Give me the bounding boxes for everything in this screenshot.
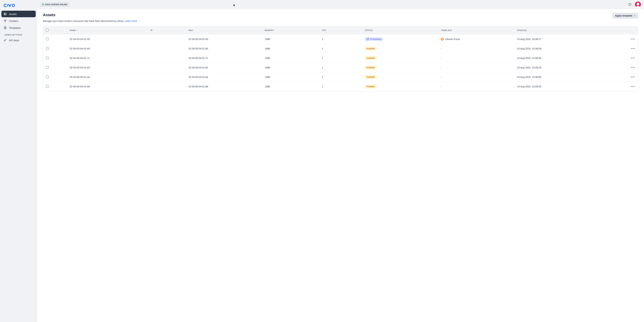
select-all-checkbox[interactable] <box>46 29 49 31</box>
cell-template: Ubuntu Focal <box>438 34 514 44</box>
cell-updated: 19 Aug 2024, 16:08:27 <box>514 34 610 44</box>
cell-mac: 52:54:00:04:01:b8 <box>186 82 262 91</box>
cell-template: - <box>438 44 514 53</box>
svg-point-1 <box>12 4 14 7</box>
cell-memory: 1980 <box>262 72 319 82</box>
cell-status: Available <box>362 53 438 63</box>
topbar: DATA CENTER ONLINE <box>37 0 644 9</box>
cell-status: Provisioning <box>362 34 438 44</box>
sidebar: Assets Clusters Templates ADMIN SETTINGS <box>0 0 37 322</box>
row-checkbox[interactable] <box>46 66 49 69</box>
row-actions-button[interactable]: ••• <box>631 66 635 69</box>
row-actions-button[interactable]: ••• <box>631 47 635 50</box>
cell-name: 52-54-00-04-01-7c <box>67 53 148 63</box>
table-header-row: NAME ▲ IP MAC MEMORY CPU STATUS TEMPLATE… <box>43 26 638 34</box>
cell-cpu: 1 <box>319 53 362 63</box>
row-checkbox[interactable] <box>46 75 49 78</box>
civo-logo-icon <box>4 4 16 7</box>
status-label: Available <box>366 85 375 88</box>
sidebar-item-clusters[interactable]: Clusters <box>2 17 36 24</box>
row-actions-button[interactable]: ••• <box>631 75 635 79</box>
content: Assets Apply template Manage your Data C… <box>37 9 644 322</box>
sidebar-item-label: Clusters <box>9 19 18 22</box>
assets-table: NAME ▲ IP MAC MEMORY CPU STATUS TEMPLATE… <box>43 26 638 91</box>
key-icon <box>4 38 7 42</box>
row-actions-button[interactable]: ••• <box>631 85 635 88</box>
cell-cpu: 1 <box>319 82 362 91</box>
column-header-actions <box>609 26 638 34</box>
sidebar-item-assets[interactable]: Assets <box>2 11 36 17</box>
row-actions-button[interactable]: ••• <box>631 56 635 60</box>
status-badge: Available <box>365 75 376 79</box>
cell-ip <box>148 82 186 91</box>
cell-cpu: 1 <box>319 34 362 44</box>
row-checkbox[interactable] <box>46 56 49 59</box>
column-header-mac[interactable]: MAC <box>186 26 262 34</box>
cell-updated: 19 Aug 2024, 15:08:09 <box>514 44 610 53</box>
row-actions-button[interactable]: ••• <box>631 37 635 41</box>
learn-more-link[interactable]: Learn more <box>125 20 137 22</box>
column-header-select <box>43 26 67 34</box>
column-header-name[interactable]: NAME ▲ <box>67 26 148 34</box>
row-checkbox[interactable] <box>46 85 49 88</box>
cell-mac: 52:54:00:04:01:09 <box>186 34 262 44</box>
cell-updated: 19 Aug 2024, 15:08:65 <box>514 72 610 82</box>
user-avatar[interactable] <box>635 1 641 7</box>
column-header-cpu[interactable]: CPU <box>319 26 362 34</box>
sidebar-item-api-keys[interactable]: API keys <box>2 37 36 43</box>
column-header-template[interactable]: TEMPLATE <box>438 26 514 34</box>
help-icon <box>628 3 632 6</box>
sidebar-item-label: Assets <box>9 12 17 15</box>
cell-status: Available <box>362 72 438 82</box>
cell-memory: 1980 <box>262 34 319 44</box>
help-button[interactable] <box>628 2 632 7</box>
column-header-name-label: NAME <box>70 29 76 31</box>
column-header-ip[interactable]: IP <box>148 26 186 34</box>
svg-point-6 <box>4 20 5 20</box>
cell-cpu: 1 <box>319 63 362 72</box>
status-badge: Available <box>365 56 376 60</box>
cell-cpu: 1 <box>319 72 362 82</box>
column-header-memory[interactable]: MEMORY <box>262 26 319 34</box>
status-badge: Provisioning <box>365 37 383 41</box>
cell-template: - <box>438 63 514 72</box>
apply-template-button[interactable]: Apply template <box>612 13 638 19</box>
cell-mac: 52:54:00:04:01:65 <box>186 44 262 53</box>
datacenter-status-label: DATA CENTER ONLINE <box>45 3 67 5</box>
row-checkbox[interactable] <box>46 47 49 50</box>
svg-line-13 <box>6 39 6 40</box>
cell-ip <box>148 53 186 63</box>
nav-list: Assets Clusters Templates <box>2 11 36 31</box>
cell-ip <box>148 72 186 82</box>
cell-memory: 1980 <box>262 44 319 53</box>
row-checkbox[interactable] <box>46 37 49 40</box>
apply-template-label: Apply template <box>615 14 632 17</box>
status-badge: Available <box>365 85 376 88</box>
status-badge: Available <box>365 66 376 69</box>
cell-ip <box>148 63 186 72</box>
chevron-down-icon <box>634 15 636 17</box>
cell-name: 52-54-00-04-01-65 <box>67 44 148 53</box>
refresh-icon <box>366 38 369 40</box>
clusters-icon <box>4 19 7 22</box>
table-row: 52-54-00-04-01-7c52:54:00:04:01:7c19801A… <box>43 53 638 63</box>
template-label: Ubuntu Focal <box>445 38 460 40</box>
page-description: Manage your Data Center's resources that… <box>43 20 638 22</box>
assets-icon <box>4 12 7 16</box>
sidebar-item-label: API keys <box>9 39 19 42</box>
status-badge: Available <box>365 47 376 50</box>
page-title: Assets <box>43 13 55 17</box>
cell-status: Available <box>362 63 438 72</box>
column-header-updated[interactable]: UPDATED <box>514 26 610 34</box>
sidebar-item-templates[interactable]: Templates <box>2 24 36 31</box>
sort-asc-icon: ▲ <box>76 29 78 31</box>
datacenter-status-pill[interactable]: DATA CENTER ONLINE <box>40 2 69 7</box>
cell-mac: 52:54:00:04:01:7c <box>186 53 262 63</box>
cell-name: 52-54-00-04-01-82 <box>67 63 148 72</box>
svg-point-7 <box>6 20 6 20</box>
main: DATA CENTER ONLINE Assets Apply template <box>37 0 644 322</box>
column-header-status[interactable]: STATUS <box>362 26 438 34</box>
logo[interactable] <box>2 2 36 11</box>
cell-memory: 1980 <box>262 53 319 63</box>
status-label: Provisioning <box>370 38 381 40</box>
